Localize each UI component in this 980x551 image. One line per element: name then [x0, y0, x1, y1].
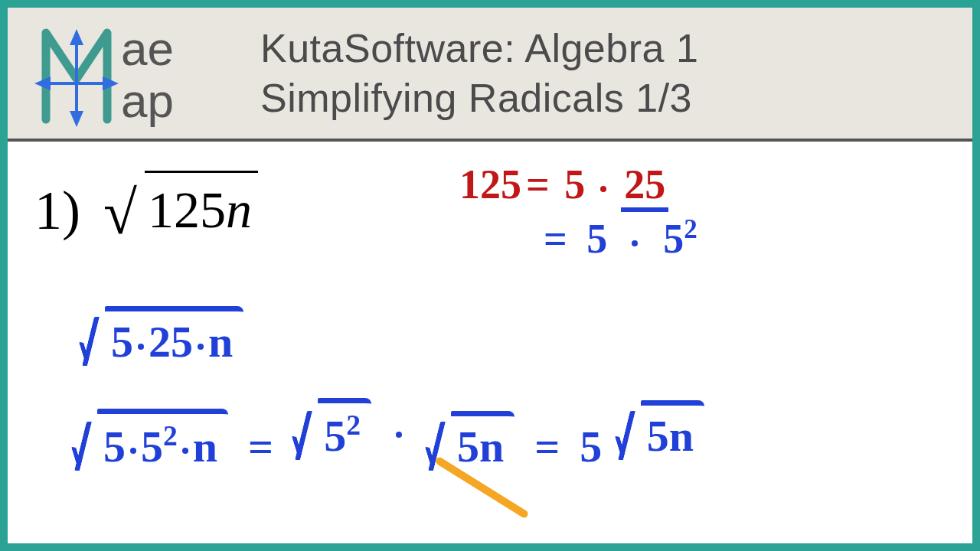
dot-icon — [600, 186, 606, 192]
dot-icon — [396, 432, 402, 438]
dot-icon — [632, 240, 638, 246]
svg-marker-2 — [72, 112, 81, 123]
factor-line-2: = 5 52 — [544, 214, 697, 262]
title-line-1: KutaSoftware: Algebra 1 — [260, 24, 972, 73]
equals-2: = — [534, 421, 560, 472]
dot-icon — [182, 448, 188, 454]
problem-1: 1) √ 125n — [34, 172, 258, 243]
radical-expression: √ 125n — [103, 172, 258, 243]
sqrt-step-2: 552n = 52 5n = 5 5n — [73, 398, 704, 472]
logo-text-bottom: ap — [121, 74, 174, 127]
radical-sign: √ — [103, 179, 137, 246]
dot-icon — [198, 344, 204, 350]
slide-frame: ae ap KutaSoftware: Algebra 1 Simplifyin… — [0, 0, 980, 551]
final-answer: 5 5n — [580, 400, 704, 472]
work-area: 1) √ 125n 125= 5 25 = 5 52 — [8, 142, 972, 543]
five-squared: 52 — [663, 216, 697, 262]
factor-25: 25 — [621, 161, 668, 212]
header: ae ap KutaSoftware: Algebra 1 Simplifyin… — [8, 8, 972, 142]
title-line-2: Simplifying Radicals 1/3 — [260, 73, 972, 123]
factor-5a: 5 — [564, 161, 585, 207]
equals-1: = — [248, 421, 273, 472]
radical-bar: 125n — [145, 171, 258, 241]
sqrt-step-1: 525n — [80, 306, 243, 378]
dot-icon — [130, 448, 136, 454]
svg-marker-4 — [38, 79, 49, 88]
logo-maemap: ae ap — [8, 16, 245, 131]
logo-svg: ae ap — [31, 16, 237, 131]
radicand: 125n — [148, 181, 252, 239]
problem-number: 1) — [34, 179, 80, 243]
title-block: KutaSoftware: Algebra 1 Simplifying Radi… — [245, 24, 972, 123]
svg-marker-1 — [72, 33, 81, 44]
dot-icon — [138, 344, 144, 350]
svg-marker-5 — [104, 79, 115, 88]
factor-line-1: 125= 5 25 — [459, 161, 668, 208]
factor-125: 125= — [459, 161, 554, 207]
sqrt-5-5sq-n: 552n — [73, 409, 228, 472]
logo-text-top: ae — [121, 22, 174, 75]
sqrt-5sq-cancelled: 52 — [293, 398, 371, 472]
